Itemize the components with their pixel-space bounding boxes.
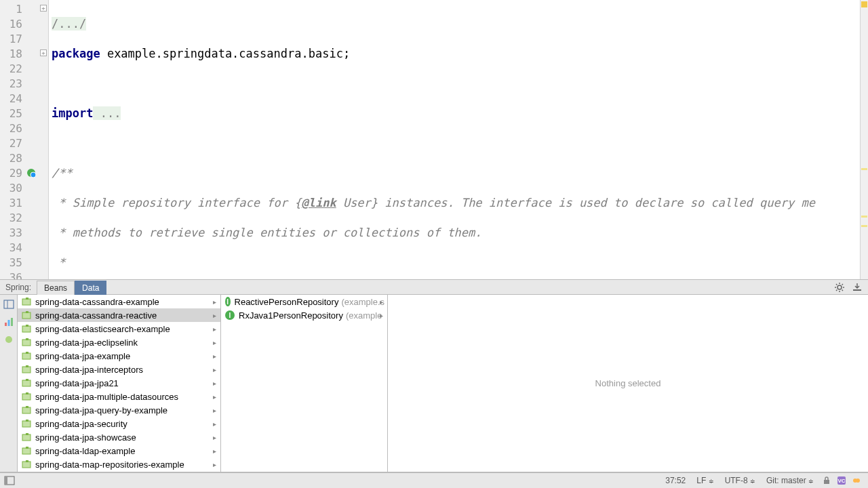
warning-marker[interactable] (861, 216, 867, 218)
module-item[interactable]: spring-data-jpa-showcase▸ (18, 430, 220, 444)
module-item[interactable]: spring-data-jpa-example▸ (18, 349, 220, 363)
module-icon (22, 338, 31, 347)
implementations-icon[interactable] (26, 168, 36, 178)
svg-rect-26 (22, 407, 31, 413)
git-branch[interactable]: Git: master ≑ (761, 476, 819, 485)
line-number: 18 (9, 47, 22, 60)
module-item[interactable]: spring-data-jpa-interceptors▸ (18, 363, 220, 376)
line-number: 16 (9, 18, 22, 30)
interface-icon: I (225, 297, 231, 306)
svg-rect-11 (26, 298, 28, 300)
svg-rect-23 (26, 379, 28, 381)
code-editor[interactable]: 1+ 16 17 18+ 22 23 24 25 26 27 28 29 30 … (0, 0, 868, 279)
module-item[interactable]: spring-data-jpa-eclipselink▸ (18, 336, 220, 349)
svg-rect-33 (26, 447, 28, 449)
module-icon (22, 297, 31, 306)
svg-rect-8 (11, 318, 13, 326)
error-stripe[interactable] (860, 0, 868, 279)
line-number: 25 (9, 107, 22, 120)
module-icon (22, 432, 31, 442)
folded-imports[interactable]: ... (93, 106, 121, 120)
line-number: 17 (9, 33, 22, 45)
inspections-icon[interactable] (852, 476, 861, 485)
tab-data[interactable]: Data (75, 281, 106, 295)
fold-expand-icon[interactable]: + (40, 5, 47, 12)
line-number: 30 (9, 182, 22, 195)
repository-item[interactable]: IRxJava1PersonRepository(example▸ (221, 308, 387, 322)
empty-message: Nothing selected (595, 378, 661, 388)
module-item[interactable]: spring-data-jpa-query-by-example▸ (18, 403, 220, 417)
svg-rect-35 (26, 460, 28, 462)
code-content[interactable]: /.../ package example.springdata.cassand… (49, 0, 868, 279)
svg-point-9 (5, 336, 12, 343)
line-number: 27 (9, 137, 22, 150)
line-number: 31 (9, 197, 22, 209)
module-item[interactable]: spring-data-jpa-security▸ (18, 417, 220, 430)
tool-windows-icon[interactable] (4, 475, 15, 486)
layout-icon[interactable] (3, 299, 14, 310)
bean-icon[interactable] (3, 334, 14, 345)
module-item[interactable]: spring-data-cassandra-example▸ (18, 295, 220, 308)
module-item[interactable]: spring-data-elasticsearch-example▸ (18, 322, 220, 336)
module-icon (22, 446, 31, 455)
svg-rect-34 (22, 462, 31, 468)
warning-marker[interactable] (861, 225, 867, 227)
module-icon (22, 405, 31, 415)
svg-rect-29 (26, 420, 28, 422)
line-number: 32 (9, 211, 22, 224)
module-icon (22, 324, 31, 333)
line-number: 28 (9, 152, 22, 165)
svg-rect-3 (853, 289, 861, 291)
spring-data-panel: spring-data-cassandra-example▸spring-dat… (0, 295, 868, 472)
line-number: 34 (9, 241, 22, 254)
module-item[interactable]: spring-data-map-repositories-example▸ (18, 458, 220, 471)
module-icon (22, 460, 31, 469)
svg-rect-17 (26, 338, 28, 340)
encoding[interactable]: UTF-8 ≑ (719, 476, 761, 485)
spring-panel-tabs: Spring: Beans Data (0, 279, 868, 295)
hide-icon[interactable] (852, 282, 863, 293)
vcs-icon[interactable]: VC (837, 476, 846, 485)
repository-list[interactable]: IReactivePersonRepository(example.s▸IRxJ… (221, 295, 388, 472)
line-number: 33 (9, 226, 22, 239)
module-item[interactable]: spring-data-ldap-example▸ (18, 444, 220, 458)
svg-rect-30 (22, 434, 31, 441)
caret-position[interactable]: 37:52 (660, 476, 691, 485)
svg-rect-16 (22, 340, 31, 346)
analysis-status-icon[interactable] (861, 1, 867, 7)
module-item[interactable]: spring-data-cassandra-reactive▸ (18, 308, 220, 322)
fold-expand-icon[interactable]: + (40, 49, 47, 56)
detail-pane: Nothing selected (388, 295, 868, 472)
lock-icon[interactable] (822, 476, 831, 485)
svg-rect-21 (26, 365, 28, 367)
svg-point-1 (31, 172, 36, 178)
module-icon (22, 419, 31, 428)
line-number: 36 (9, 271, 22, 280)
svg-rect-22 (22, 380, 31, 386)
module-icon (22, 392, 31, 401)
repository-item[interactable]: IReactivePersonRepository(example.s▸ (221, 295, 387, 308)
line-number: 35 (9, 256, 22, 269)
line-number: 26 (9, 122, 22, 135)
tab-beans[interactable]: Beans (37, 281, 75, 295)
module-icon (22, 310, 31, 320)
line-number: 22 (9, 62, 22, 75)
line-number: 1 (16, 3, 22, 16)
svg-rect-7 (7, 320, 9, 326)
svg-rect-20 (22, 367, 31, 373)
line-separator[interactable]: LF ≑ (691, 476, 719, 485)
folded-region[interactable]: /.../ (52, 17, 86, 30)
warning-marker[interactable] (861, 168, 867, 170)
line-number: 23 (9, 77, 22, 90)
module-list[interactable]: spring-data-cassandra-example▸spring-dat… (18, 295, 221, 472)
svg-point-42 (856, 479, 860, 483)
gear-icon[interactable] (834, 282, 845, 293)
module-item[interactable]: spring-data-jpa-multiple-datasources▸ (18, 390, 220, 403)
module-item[interactable]: spring-data-jpa-jpa21▸ (18, 376, 220, 390)
chart-icon[interactable] (3, 317, 14, 327)
svg-rect-4 (4, 300, 14, 308)
svg-text:VC: VC (837, 478, 845, 484)
svg-rect-28 (22, 421, 31, 427)
svg-rect-27 (26, 406, 28, 408)
svg-rect-37 (5, 476, 7, 485)
